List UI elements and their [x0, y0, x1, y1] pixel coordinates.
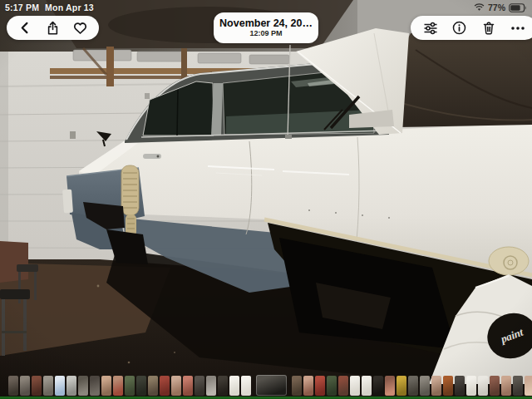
thumbnail[interactable]	[136, 376, 146, 396]
thumbnail[interactable]	[315, 376, 325, 396]
thumbnail[interactable]	[525, 376, 532, 396]
thumbnail[interactable]	[443, 376, 453, 396]
thumbnail[interactable]	[160, 376, 170, 396]
thumbnail[interactable]	[501, 376, 511, 396]
thumbnail[interactable]	[78, 376, 88, 396]
thumbnail[interactable]	[455, 376, 465, 396]
thumbnail[interactable]	[292, 376, 302, 396]
thumbnail[interactable]	[32, 376, 42, 396]
thumbnail[interactable]	[125, 376, 135, 396]
toolbar-left-pill	[7, 16, 99, 40]
thumbnail[interactable]	[171, 376, 181, 396]
thumbnail[interactable]	[66, 376, 76, 396]
thumbnail[interactable]	[148, 376, 158, 396]
info-circle-icon	[452, 21, 466, 35]
thumbnail[interactable]	[350, 376, 360, 396]
photo-time-subtitle: 12:09 PM	[249, 30, 282, 37]
thumbnail[interactable]	[385, 376, 395, 396]
thumbnail[interactable]	[420, 376, 430, 396]
thumbnail-filmstrip[interactable]	[0, 374, 532, 397]
info-button[interactable]	[449, 17, 470, 39]
chevron-left-icon	[19, 21, 32, 35]
thumbnail[interactable]	[90, 376, 100, 396]
thumbnail[interactable]	[113, 376, 123, 396]
thumbnail[interactable]	[206, 376, 216, 396]
thumbnail[interactable]	[327, 376, 337, 396]
thumbnail[interactable]	[241, 376, 251, 396]
thumbnail[interactable]	[478, 376, 488, 396]
thumbnail[interactable]	[303, 376, 313, 396]
thumbnail[interactable]	[397, 376, 406, 396]
photos-app-screen: paint 5:17 PM Mon Apr 13 77%	[0, 0, 532, 399]
thumbnail[interactable]	[431, 376, 441, 396]
photo-viewer[interactable]: paint	[0, 0, 532, 399]
thumbnail-selected[interactable]	[256, 375, 287, 396]
thumbnail[interactable]	[338, 376, 348, 396]
thumbnail[interactable]	[20, 376, 30, 396]
thumbnail[interactable]	[229, 376, 239, 396]
thumbnail[interactable]	[408, 376, 418, 396]
more-button[interactable]	[507, 17, 529, 39]
thumbnail[interactable]	[101, 376, 111, 396]
photo-date-pill[interactable]: November 24, 20… 12:09 PM	[214, 12, 318, 43]
thumbnail[interactable]	[183, 376, 193, 396]
toolbar-right-pill	[411, 16, 532, 40]
thumbnail[interactable]	[490, 376, 500, 396]
back-button[interactable]	[15, 17, 37, 39]
heart-icon	[73, 22, 87, 35]
thumbnail[interactable]	[8, 376, 18, 396]
thumbnail[interactable]	[195, 376, 204, 396]
thumbnail[interactable]	[218, 376, 228, 396]
adjust-button[interactable]	[420, 17, 441, 39]
trash-icon	[482, 21, 495, 35]
thumbnail[interactable]	[362, 376, 372, 396]
share-icon	[47, 21, 59, 36]
thumbnail[interactable]	[373, 376, 383, 396]
favorite-button[interactable]	[70, 17, 91, 39]
thumbnail[interactable]	[466, 376, 476, 396]
sliders-icon	[423, 22, 438, 35]
thumbnail[interactable]	[55, 376, 65, 396]
ellipsis-icon	[510, 26, 525, 31]
photo-date-title: November 24, 20…	[219, 18, 313, 29]
share-button[interactable]	[42, 17, 64, 39]
thumbnail[interactable]	[513, 376, 523, 396]
thumbnail[interactable]	[43, 376, 53, 396]
delete-button[interactable]	[478, 17, 500, 39]
